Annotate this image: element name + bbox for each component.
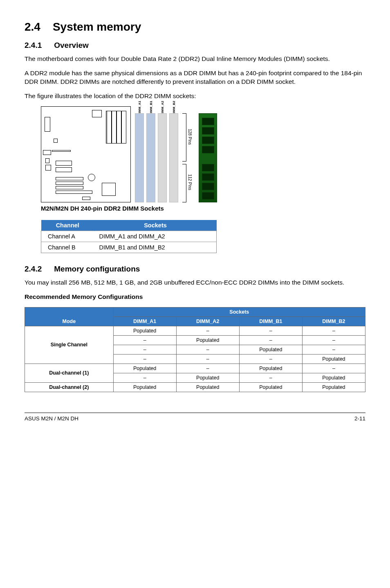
- table-row: Dual-channel (1) Populated – Populated –: [25, 364, 365, 373]
- config-subheading: Recommended Memory Configurations: [25, 293, 365, 301]
- dimm-slot-a2: DIMM_A2: [158, 106, 167, 202]
- table-cell: Populated: [239, 382, 302, 392]
- channel-socket-table: Channel Sockets Channel A DIMM_A1 and DI…: [41, 220, 217, 253]
- table-cell: –: [302, 335, 365, 345]
- table-cell: –: [176, 345, 239, 354]
- dimm-slot-a1: DIMM_A1: [135, 106, 144, 202]
- table-cell: Populated: [176, 382, 239, 392]
- page-footer: ASUS M2N / M2N DH 2-11: [25, 413, 365, 422]
- table-cell: Populated: [239, 345, 302, 354]
- section-heading: 2.4System memory: [25, 20, 365, 34]
- subsection-number: 2.4.1: [25, 41, 42, 49]
- mode-name: Dual-channel (1): [25, 364, 114, 382]
- diagram-caption: M2N/M2N DH 240-pin DDR2 DIMM Sockets: [41, 205, 365, 212]
- table-cell: Populated: [302, 373, 365, 382]
- ram-module-illustration: [199, 113, 217, 202]
- table-cell: –: [302, 345, 365, 354]
- motherboard-schematic: [41, 106, 131, 202]
- table-cell: –: [113, 354, 176, 364]
- subsection-number: 2.4.2: [25, 265, 42, 273]
- paragraph: You may install 256 MB, 512 MB, 1 GB, an…: [25, 278, 365, 287]
- table-cell: –: [239, 373, 302, 382]
- table-cell: Populated: [113, 364, 176, 373]
- table-cell: Populated: [113, 326, 176, 335]
- table-cell: –: [239, 335, 302, 345]
- footer-right: 2-11: [354, 415, 365, 422]
- subsection-title-text: Overview: [54, 41, 89, 49]
- dimm-slots-group: DIMM_A1 DIMM_B1 DIMM_A2 DIMM_B2: [135, 106, 178, 202]
- table-header-col: DIMM_B2: [302, 316, 365, 326]
- dimm-slot-b2: DIMM_B2: [169, 106, 178, 202]
- pin-brackets: 128 Pins 112 Pins: [182, 113, 195, 202]
- table-cell: –: [302, 326, 365, 335]
- table-header-mode: Mode: [25, 307, 114, 326]
- paragraph: A DDR2 module has the same physical dime…: [25, 69, 365, 86]
- table-cell: –: [113, 335, 176, 345]
- table-cell: Populated: [239, 364, 302, 373]
- memory-config-table: Mode Sockets DIMM_A1 DIMM_A2 DIMM_B1 DIM…: [25, 307, 365, 392]
- table-cell: Channel B: [41, 242, 94, 253]
- table-cell: Populated: [176, 335, 239, 345]
- table-row: Channel A DIMM_A1 and DIMM_A2: [41, 231, 217, 242]
- subsection-memory-config-heading: 2.4.2Memory configurations: [25, 265, 365, 274]
- table-header-col: DIMM_A1: [113, 316, 176, 326]
- pin-label-top: 128 Pins: [188, 129, 192, 145]
- table-cell: Populated: [302, 382, 365, 392]
- dimm-slot-b1: DIMM_B1: [146, 106, 155, 202]
- table-cell: –: [113, 373, 176, 382]
- table-cell: –: [176, 326, 239, 335]
- dimm-diagram: DIMM_A1 DIMM_B1 DIMM_A2 DIMM_B2 128 Pins…: [41, 106, 365, 202]
- table-header: Channel: [41, 220, 94, 231]
- table-cell: DIMM_B1 and DIMM_B2: [94, 242, 217, 253]
- table-header-sockets: Sockets: [113, 307, 365, 316]
- table-cell: DIMM_A1 and DIMM_A2: [94, 231, 217, 242]
- table-header-col: DIMM_A2: [176, 316, 239, 326]
- table-row: Channel B DIMM_B1 and DIMM_B2: [41, 242, 217, 253]
- table-cell: –: [302, 364, 365, 373]
- table-cell: –: [176, 364, 239, 373]
- paragraph: The figure illustrates the location of t…: [25, 92, 365, 101]
- table-row: Dual-channel (2) Populated Populated Pop…: [25, 382, 365, 392]
- mode-name: Single Channel: [25, 326, 114, 364]
- section-title-text: System memory: [53, 20, 141, 33]
- footer-left: ASUS M2N / M2N DH: [25, 415, 78, 422]
- pin-label-bottom: 112 Pins: [188, 174, 192, 190]
- table-cell: –: [239, 326, 302, 335]
- table-cell: Populated: [176, 373, 239, 382]
- table-cell: Channel A: [41, 231, 94, 242]
- paragraph: The motherboard comes with four Double D…: [25, 55, 365, 63]
- table-row: Single Channel Populated – – –: [25, 326, 365, 335]
- table-header: Sockets: [94, 220, 217, 231]
- mode-name: Dual-channel (2): [25, 382, 114, 392]
- table-cell: –: [239, 354, 302, 364]
- section-number: 2.4: [25, 20, 40, 33]
- table-cell: Populated: [113, 382, 176, 392]
- table-header-col: DIMM_B1: [239, 316, 302, 326]
- subsection-title-text: Memory configurations: [54, 265, 140, 273]
- table-cell: –: [176, 354, 239, 364]
- subsection-overview-heading: 2.4.1Overview: [25, 41, 365, 50]
- table-cell: Populated: [302, 354, 365, 364]
- table-cell: –: [113, 345, 176, 354]
